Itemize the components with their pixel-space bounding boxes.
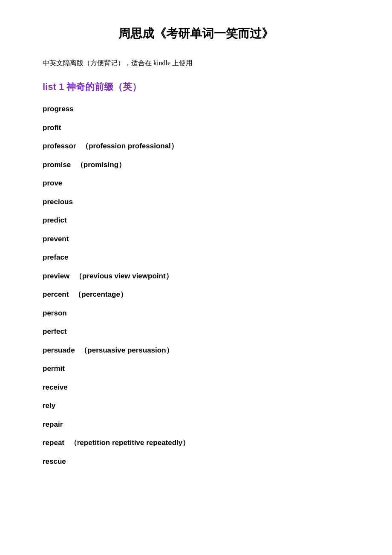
word-main: prevent (43, 235, 69, 243)
word-related: （profession professional） (79, 142, 178, 150)
word-main: permit (43, 364, 65, 373)
word-item: preface (43, 252, 349, 263)
word-main: receive (43, 383, 68, 391)
word-main: percent (43, 290, 69, 298)
word-related: （repetition repetitive repeatedly） (68, 439, 190, 447)
word-main: rescue (43, 457, 66, 465)
word-item: prevent (43, 234, 349, 245)
word-item: profit (43, 122, 349, 133)
word-main: person (43, 309, 67, 317)
word-item: repeat （repetition repetitive repeatedly… (43, 437, 349, 448)
word-main: preface (43, 253, 68, 261)
word-main: persuade (43, 346, 75, 354)
word-related: （persuasive persuasion） (78, 346, 173, 354)
word-item: professor （profession professional） (43, 141, 349, 152)
word-main: promise (43, 161, 71, 169)
word-item: progress (43, 104, 349, 115)
subtitle: 中英文隔离版（方便背记），适合在 kindle 上使用 (43, 59, 349, 68)
word-main: repeat (43, 439, 64, 447)
word-item: percent （percentage） (43, 289, 349, 300)
word-list: progressprofitprofessor （profession prof… (43, 104, 349, 467)
word-item: persuade （persuasive persuasion） (43, 345, 349, 356)
word-main: profit (43, 124, 61, 132)
word-item: perfect (43, 326, 349, 337)
word-related: （previous view viewpoint） (73, 272, 173, 280)
word-item: person (43, 308, 349, 319)
word-main: professor (43, 142, 76, 150)
word-item: permit (43, 363, 349, 374)
word-main: preview (43, 272, 69, 280)
word-main: predict (43, 216, 67, 224)
word-main: precious (43, 198, 73, 206)
word-main: rely (43, 402, 55, 410)
word-item: preview （previous view viewpoint） (43, 271, 349, 282)
word-item: promise （promising） (43, 159, 349, 171)
word-main: repair (43, 420, 63, 428)
word-item: repair (43, 419, 349, 430)
word-main: perfect (43, 327, 67, 335)
word-item: rescue (43, 456, 349, 467)
word-main: prove (43, 179, 62, 187)
word-item: rely (43, 400, 349, 411)
word-related: （percentage） (72, 290, 127, 298)
word-item: predict (43, 215, 349, 226)
page-title: 周思成《考研单词一笑而过》 (43, 26, 349, 42)
list-header: list 1 神奇的前缀（英） (43, 81, 349, 93)
word-item: prove (43, 178, 349, 189)
word-item: precious (43, 197, 349, 208)
word-related: （promising） (74, 161, 126, 169)
word-item: receive (43, 382, 349, 393)
word-main: progress (43, 105, 74, 113)
